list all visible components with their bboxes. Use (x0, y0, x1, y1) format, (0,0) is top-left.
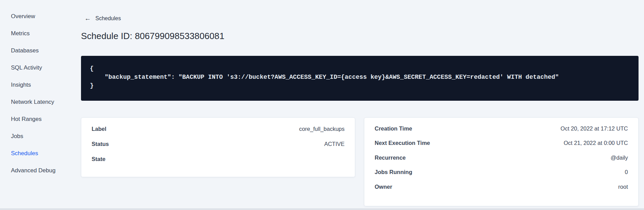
row-owner-value: root (618, 184, 628, 190)
code-line: "backup_statement": "BACKUP INTO 's3://b… (90, 73, 630, 82)
row-next-execution-time-value: Oct 21, 2022 at 0:00 UTC (564, 140, 628, 146)
row-recurrence: Recurrence @daily (375, 150, 628, 165)
row-recurrence-value: @daily (611, 155, 628, 161)
backup-statement-code-block: { "backup_statement": "BACKUP INTO 's3:/… (81, 56, 639, 101)
back-to-schedules-link[interactable]: ← Schedules (84, 15, 121, 22)
row-jobs-running-key: Jobs Running (375, 169, 412, 175)
row-status-value: ACTIVE (324, 141, 345, 147)
row-label-key: Label (92, 126, 106, 132)
row-status: Status ACTIVE (92, 136, 345, 151)
page-title: Schedule ID: 806799098533806081 (81, 31, 224, 41)
sidebar-item-jobs[interactable]: Jobs (0, 128, 72, 145)
sidebar-item-hot-ranges[interactable]: Hot Ranges (0, 111, 72, 128)
row-label-value: core_full_backups (299, 126, 345, 132)
sidebar-item-metrics[interactable]: Metrics (0, 25, 72, 42)
sidebar-item-overview[interactable]: Overview (0, 8, 72, 25)
back-arrow-icon: ← (84, 15, 91, 22)
code-line: } (90, 82, 630, 90)
row-creation-time-value: Oct 20, 2022 at 17:12 UTC (561, 125, 628, 132)
sidebar-nav: Overview Metrics Databases SQL Activity … (0, 8, 72, 179)
row-next-execution-time: Next Execution Time Oct 21, 2022 at 0:00… (375, 136, 628, 151)
row-owner-key: Owner (375, 184, 392, 190)
sidebar-item-schedules[interactable]: Schedules (0, 145, 72, 162)
back-link-label: Schedules (95, 15, 121, 22)
sidebar-item-advanced-debug[interactable]: Advanced Debug (0, 162, 72, 179)
row-creation-time-key: Creation Time (375, 125, 412, 132)
row-next-execution-time-key: Next Execution Time (375, 140, 430, 146)
row-state-key: State (92, 156, 105, 162)
schedule-status-card: Label core_full_backups Status ACTIVE St… (81, 118, 355, 177)
row-creation-time: Creation Time Oct 20, 2022 at 17:12 UTC (375, 121, 628, 136)
window-bottom-edge (0, 208, 644, 210)
row-jobs-running-value: 0 (625, 169, 628, 175)
schedule-detail-page: Overview Metrics Databases SQL Activity … (0, 0, 644, 210)
row-label: Label core_full_backups (92, 121, 345, 136)
schedule-timing-card: Creation Time Oct 20, 2022 at 17:12 UTC … (364, 118, 639, 206)
row-status-key: Status (92, 141, 109, 147)
sidebar-item-sql-activity[interactable]: SQL Activity (0, 59, 72, 76)
code-line: { (90, 64, 630, 73)
sidebar-item-databases[interactable]: Databases (0, 42, 72, 59)
sidebar-item-insights[interactable]: Insights (0, 76, 72, 94)
row-recurrence-key: Recurrence (375, 155, 406, 161)
sidebar-item-network-latency[interactable]: Network Latency (0, 94, 72, 111)
row-owner: Owner root (375, 180, 628, 194)
row-state: State (92, 151, 345, 166)
row-jobs-running: Jobs Running 0 (375, 165, 628, 180)
